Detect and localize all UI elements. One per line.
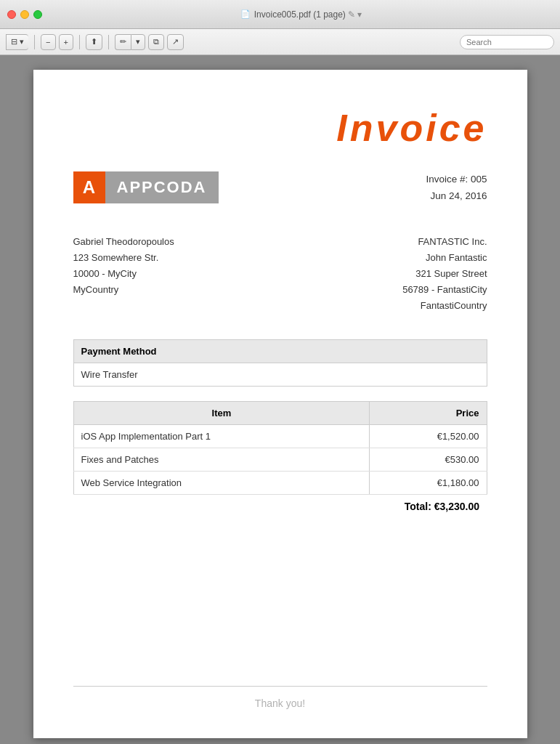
payment-method-label: Payment Method [73, 340, 487, 363]
items-table: Item Price iOS App Implementation Part 1… [73, 401, 487, 518]
pen-button[interactable]: ✏ [115, 34, 131, 50]
recipient-city: 56789 - FantastiCity [402, 282, 487, 298]
payment-header-row: Payment Method [73, 340, 487, 363]
sender-name: Gabriel Theodoropoulos [73, 234, 174, 250]
total-row: Total: €3,230.00 [73, 495, 487, 519]
zoom-in-icon: + [64, 38, 68, 46]
sender-street: 123 Somewhere Str. [73, 250, 174, 266]
item-name: iOS App Implementation Part 1 [73, 425, 370, 448]
addresses: Gabriel Theodoropoulos 123 Somewhere Str… [73, 234, 487, 314]
invoice-document: Invoice A APPCODA Invoice #: 005 Jun 24,… [33, 70, 527, 738]
zoom-out-icon: − [46, 38, 50, 46]
item-name: Web Service Integration [73, 472, 370, 495]
item-price: €530.00 [370, 448, 487, 472]
items-header-row: Item Price [73, 402, 487, 425]
search-input[interactable] [460, 35, 554, 49]
invoice-meta: Invoice #: 005 Jun 24, 2016 [426, 171, 487, 205]
invoice-date: Jun 24, 2016 [426, 188, 487, 205]
invoice-footer: Thank you! [73, 686, 487, 709]
window-title: 📄 Invoice005.pdf (1 page) ✎ ▾ [49, 9, 553, 20]
zoom-out-button[interactable]: − [41, 34, 55, 50]
payment-data-row: Wire Transfer [73, 363, 487, 387]
sidebar-toggle-button[interactable]: ⊟ ▾ [6, 34, 28, 50]
invoice-title: Invoice [73, 106, 487, 150]
maximize-button[interactable] [33, 10, 42, 19]
toolbar: ⊟ ▾ − + ⬆ ✏ ▾ ⧉ ↗ [0, 29, 560, 55]
payment-method-table: Payment Method Wire Transfer [73, 339, 487, 387]
pen-dropdown[interactable]: ▾ [131, 34, 145, 50]
annotation-group: ✏ ▾ [115, 34, 145, 50]
toolbar-separator-3 [108, 35, 109, 49]
pen-icon: ✏ [120, 37, 126, 46]
recipient-street: 321 Super Street [402, 266, 487, 282]
billing-header: A APPCODA Invoice #: 005 Jun 24, 2016 [73, 171, 487, 205]
pdf-viewer: Invoice A APPCODA Invoice #: 005 Jun 24,… [0, 55, 560, 744]
recipient-company: FANTASTIC Inc. [402, 234, 487, 250]
table-row: iOS App Implementation Part 1 €1,520.00 [73, 425, 487, 448]
duplicate-button[interactable]: ⧉ [148, 34, 164, 50]
payment-method-value: Wire Transfer [73, 363, 487, 387]
pdf-icon: 📄 [240, 9, 251, 19]
duplicate-icon: ⧉ [153, 37, 159, 46]
footer-text: Thank you! [255, 698, 305, 709]
table-row: Fixes and Patches €530.00 [73, 448, 487, 472]
external-icon: ↗ [172, 37, 179, 46]
sender-address: Gabriel Theodoropoulos 123 Somewhere Str… [73, 234, 174, 314]
traffic-lights [7, 10, 42, 19]
zoom-in-button[interactable]: + [59, 34, 73, 50]
price-col-header: Price [370, 402, 487, 425]
logo-block: A APPCODA [73, 171, 219, 203]
close-button[interactable] [7, 10, 16, 19]
sidebar-toggle-group: ⊟ ▾ [6, 34, 28, 50]
item-price: €1,520.00 [370, 425, 487, 448]
logo-text: APPCODA [105, 171, 219, 203]
item-price: €1,180.00 [370, 472, 487, 495]
toolbar-separator-2 [79, 35, 80, 49]
recipient-country: FantastiCountry [402, 298, 487, 314]
total-label: Total: €3,230.00 [73, 495, 487, 519]
item-name: Fixes and Patches [73, 448, 370, 472]
minimize-button[interactable] [20, 10, 29, 19]
sender-country: MyCountry [73, 282, 174, 298]
sender-city: 10000 - MyCity [73, 266, 174, 282]
item-col-header: Item [73, 402, 370, 425]
titlebar: 📄 Invoice005.pdf (1 page) ✎ ▾ [0, 0, 560, 29]
share-button[interactable]: ⬆ [86, 34, 102, 50]
table-row: Web Service Integration €1,180.00 [73, 472, 487, 495]
external-button[interactable]: ↗ [167, 34, 184, 50]
recipient-name: John Fantastic [402, 250, 487, 266]
logo-letter: A [73, 171, 105, 203]
toolbar-separator-1 [34, 35, 35, 49]
share-icon: ⬆ [91, 37, 97, 46]
invoice-number: Invoice #: 005 [426, 171, 487, 188]
recipient-address: FANTASTIC Inc. John Fantastic 321 Super … [402, 234, 487, 314]
